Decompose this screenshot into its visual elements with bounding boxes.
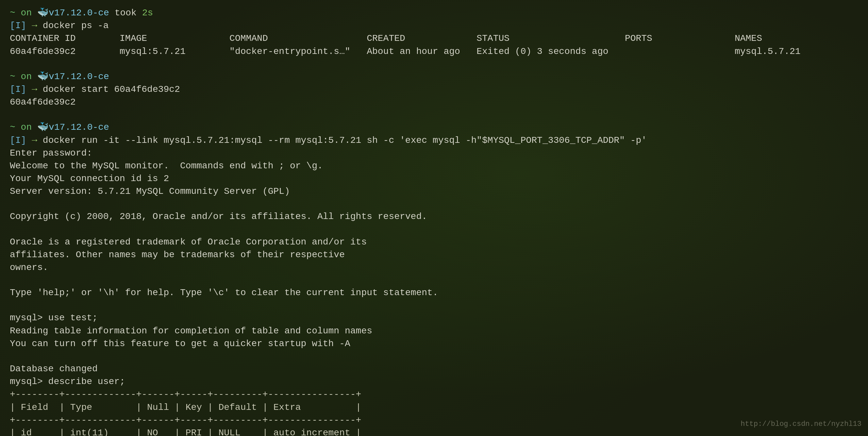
command-11: docker run -it --link mysql.5.7.21:mysql… [43,135,647,146]
output-21: owners. [10,261,858,274]
prompt-tilde-10: ~ on [10,122,37,132]
took-1: took [109,8,142,18]
version-10: v17.12.0-ce [49,122,109,132]
empty-5 [10,58,858,70]
output-23: Type 'help;' or '\h' for help. Type '\c'… [10,286,858,299]
version-1: v17.12.0-ce [49,8,109,18]
prompt-tilde-1: ~ on [10,8,37,18]
output-29: Database changed [10,363,858,375]
prompt-line-10: ~ on 🐳v17.12.0-ce [10,121,858,134]
header-text-3: CONTAINER ID IMAGE COMMAND CREATED STATU… [10,33,762,43]
time-1: 2s [142,8,153,18]
output-8: 60a4f6de39c2 [10,96,858,108]
mysql-cmd-30: mysql> describe user; [10,375,858,388]
output-20: affiliates. Other names may be trademark… [10,248,858,261]
arrow-7: → [26,84,42,94]
output-13: Welcome to the MySQL monitor. Commands e… [10,159,858,172]
empty-16 [10,198,858,210]
table-data-4: 60a4f6de39c2 mysql:5.7.21 "docker-entryp… [10,45,858,58]
cmd-line-7: [I] → docker start 60a4f6de39c2 [10,83,858,96]
terminal: ~ on 🐳v17.12.0-ce took 2s [I] → docker p… [10,6,858,430]
output-26: Reading table information for completion… [10,324,858,337]
output-19: Oracle is a registered trademark of Orac… [10,236,858,248]
docker-icon-1: 🐳 [37,8,49,18]
output-14: Your MySQL connection id is 2 [10,172,858,185]
empty-24 [10,299,858,311]
empty-28 [10,350,858,363]
table-header-3: CONTAINER ID IMAGE COMMAND CREATED STATU… [10,32,858,45]
table-row-id: | id | int(11) | NO | PRI | NULL | auto_… [10,427,858,436]
arrow-11: → [26,135,42,146]
version-6: v17.12.0-ce [49,71,109,82]
container-row-4: 60a4f6de39c2 mysql:5.7.21 "docker-entryp… [10,46,801,57]
empty-9 [10,108,858,121]
output-12: Enter password: [10,147,858,159]
mysql-cmd-25: mysql> use test; [10,311,858,324]
output-27: You can turn off this feature to get a q… [10,337,858,350]
output-17: Copyright (c) 2000, 2018, Oracle and/or … [10,210,858,223]
prompt-tilde-6: ~ on [10,71,37,82]
prompt-line-1: ~ on 🐳v17.12.0-ce took 2s [10,6,858,19]
empty-22 [10,274,858,286]
docker-icon-10: 🐳 [37,122,49,132]
empty-18 [10,223,858,236]
command-2: docker ps -a [43,21,109,31]
bracket-11: [I] [10,135,26,146]
docker-icon-6: 🐳 [37,71,49,82]
cmd-line-11: [I] → docker run -it --link mysql.5.7.21… [10,134,858,147]
table-border-33: +--------+-------------+------+-----+---… [10,414,858,427]
output-15: Server version: 5.7.21 MySQL Community S… [10,185,858,198]
cmd-line-2: [I] → docker ps -a [10,19,858,32]
watermark: http://blog.csdn.net/nyzhl13 [741,419,862,430]
arrow-2: → [26,21,42,31]
command-7: docker start 60a4f6de39c2 [43,84,180,94]
table-border-31: +--------+-------------+------+-----+---… [10,388,858,401]
bracket-2: [I] [10,21,26,31]
table-header-32: | Field | Type | Null | Key | Default | … [10,401,858,414]
prompt-line-6: ~ on 🐳v17.12.0-ce [10,70,858,83]
bracket-7: [I] [10,84,26,94]
